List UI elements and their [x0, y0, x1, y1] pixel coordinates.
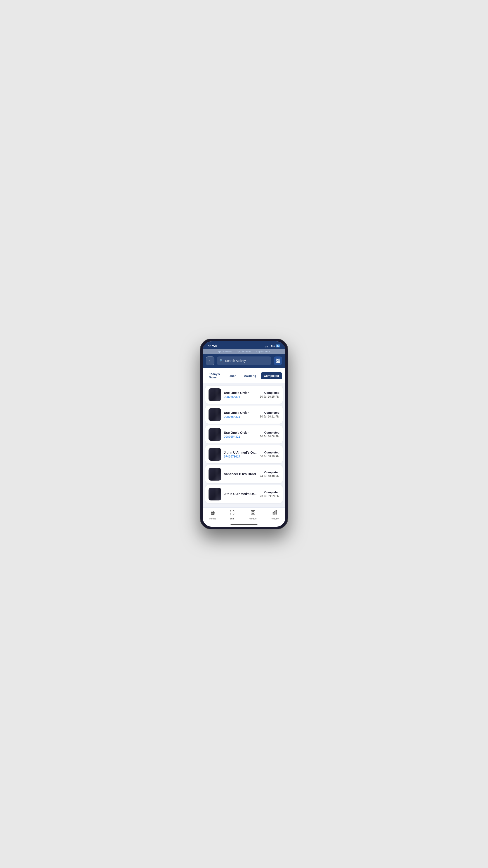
tab-taken[interactable]: Taken	[225, 372, 239, 379]
order-card-4[interactable]: Jithin U Ahmed's Or... 9746573617 Comple…	[205, 445, 283, 463]
tab-completed[interactable]: Completed	[261, 372, 282, 379]
svg-rect-3	[278, 361, 279, 362]
svg-rect-17	[274, 511, 275, 514]
tab-bar: Today's Sales Taken Awaiting Completed	[203, 368, 285, 383]
svg-rect-14	[251, 513, 252, 514]
tab-todays-sales[interactable]: Today's Sales	[206, 370, 223, 381]
order-card-5[interactable]: Sansheer P K's Order Completed 24 Jul 10…	[205, 465, 283, 483]
order-list: Use One's Order 0987654321 Completed 30 …	[203, 383, 285, 507]
order-meta-1: Completed 30 Jul 10:15 PM	[260, 391, 280, 399]
activity-label: Activity	[271, 517, 279, 520]
order-status-2: Completed	[260, 411, 280, 414]
watermark-bar: AppScreens AppScreens AppScreens	[203, 349, 285, 354]
order-meta-4: Completed 30 Jul 08:10 PM	[260, 451, 280, 458]
watermark-3: AppScreens	[256, 350, 270, 353]
status-bar: 11:50 4G 36	[203, 341, 285, 349]
svg-rect-4	[279, 361, 280, 362]
back-icon: ←	[208, 359, 212, 363]
svg-rect-8	[279, 360, 280, 360]
home-label: Home	[209, 517, 216, 520]
bottom-nav: Home Scan	[203, 507, 285, 524]
search-icon: 🔍	[219, 359, 223, 363]
order-status-4: Completed	[260, 451, 280, 454]
order-date-5: 24 Jul 10:48 PM	[260, 475, 280, 478]
product-label: Product	[249, 517, 257, 520]
order-date-1: 30 Jul 10:15 PM	[260, 395, 280, 398]
order-phone-3: 0987654321	[224, 435, 257, 438]
header: ← 🔍 Search Activity	[203, 354, 285, 368]
order-title-5: Sansheer P K's Order	[224, 472, 257, 476]
order-thumbnail-5	[208, 468, 221, 480]
order-status-3: Completed	[260, 431, 280, 434]
order-title-3: Use One's Order	[224, 431, 257, 434]
order-info-1: Use One's Order 0987654321	[224, 391, 257, 399]
svg-rect-7	[276, 360, 277, 360]
watermark-2: AppScreens	[237, 350, 252, 353]
order-title-1: Use One's Order	[224, 391, 257, 395]
svg-rect-16	[273, 513, 273, 514]
svg-rect-10	[211, 513, 214, 515]
home-bar	[230, 524, 258, 525]
order-status-6: Completed	[260, 491, 280, 494]
order-meta-5: Completed 24 Jul 10:48 PM	[260, 471, 280, 478]
watermark-1: AppScreens	[218, 350, 232, 353]
order-info-6: Jithin U Ahmed's Or...	[224, 492, 257, 496]
tab-awaiting[interactable]: Awaiting	[241, 372, 259, 379]
status-time: 11:50	[208, 344, 217, 348]
order-phone-1: 0987654321	[224, 395, 257, 399]
order-status-5: Completed	[260, 471, 280, 474]
order-card-1[interactable]: Use One's Order 0987654321 Completed 30 …	[205, 385, 283, 404]
status-icons: 4G 36	[265, 344, 280, 348]
order-title-4: Jithin U Ahmed's Or...	[224, 451, 257, 454]
order-date-2: 30 Jul 10:11 PM	[260, 415, 280, 418]
order-phone-4: 9746573617	[224, 455, 257, 458]
svg-rect-12	[251, 510, 252, 512]
order-thumbnail-3	[208, 428, 221, 441]
home-indicator	[203, 524, 285, 527]
order-date-6: 23 Jul 09:29 PM	[260, 495, 280, 498]
order-phone-2: 0987654321	[224, 415, 257, 418]
nav-item-home[interactable]: Home	[206, 510, 220, 520]
svg-rect-13	[253, 510, 255, 512]
svg-rect-18	[275, 510, 276, 515]
order-info-5: Sansheer P K's Order	[224, 472, 257, 476]
scan-label: Scan	[230, 517, 235, 520]
search-placeholder: Search Activity	[225, 359, 246, 363]
order-info-4: Jithin U Ahmed's Or... 9746573617	[224, 451, 257, 458]
order-card-3[interactable]: Use One's Order 0987654321 Completed 30 …	[205, 426, 283, 443]
product-icon	[251, 510, 256, 516]
order-card-6[interactable]: Jithin U Ahmed's Or... Completed 23 Jul …	[205, 485, 283, 503]
nav-item-scan[interactable]: Scan	[226, 510, 239, 520]
order-date-4: 30 Jul 08:10 PM	[260, 455, 280, 458]
order-card-2[interactable]: Use One's Order 0987654321 Completed 30 …	[205, 405, 283, 424]
order-thumbnail-1	[208, 388, 221, 401]
back-button[interactable]: ←	[206, 356, 215, 365]
svg-rect-11	[212, 513, 214, 515]
qr-icon	[275, 358, 281, 363]
signal-icon	[265, 345, 269, 347]
order-title-6: Jithin U Ahmed's Or...	[224, 492, 257, 496]
order-thumbnail-2	[208, 408, 221, 421]
nav-item-activity[interactable]: Activity	[267, 510, 282, 520]
svg-rect-15	[253, 513, 255, 514]
order-meta-2: Completed 30 Jul 10:11 PM	[260, 411, 280, 418]
order-date-3: 30 Jul 10:08 PM	[260, 435, 280, 438]
scan-icon	[230, 510, 235, 516]
battery-badge: 36	[275, 344, 280, 347]
svg-rect-9	[276, 362, 277, 362]
order-meta-6: Completed 23 Jul 09:29 PM	[260, 491, 280, 498]
network-label: 4G	[271, 344, 275, 348]
order-info-3: Use One's Order 0987654321	[224, 431, 257, 438]
phone-frame: 11:50 4G 36 AppScreens AppScreens AppScr…	[200, 339, 288, 529]
order-thumbnail-4	[208, 448, 221, 461]
order-meta-3: Completed 30 Jul 10:08 PM	[260, 431, 280, 438]
qr-button[interactable]	[273, 356, 282, 365]
search-bar[interactable]: 🔍 Search Activity	[217, 356, 271, 365]
nav-item-product[interactable]: Product	[245, 510, 261, 520]
phone-screen: 11:50 4G 36 AppScreens AppScreens AppScr…	[203, 341, 285, 527]
activity-icon	[272, 510, 277, 516]
home-icon	[210, 510, 215, 516]
svg-rect-5	[278, 362, 279, 363]
order-thumbnail-6	[208, 488, 221, 500]
svg-rect-6	[279, 362, 280, 363]
